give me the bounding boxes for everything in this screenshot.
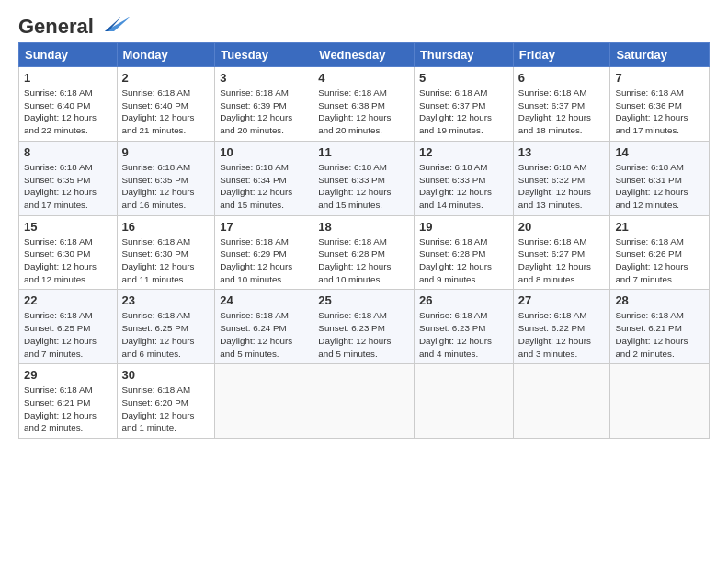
day-info: Sunrise: 6:18 AM Sunset: 6:21 PM Dayligh… xyxy=(24,384,112,434)
day-number: 2 xyxy=(122,71,210,85)
calendar-cell: 14Sunrise: 6:18 AM Sunset: 6:31 PM Dayli… xyxy=(610,141,710,215)
day-number: 26 xyxy=(419,293,508,307)
calendar-cell: 24Sunrise: 6:18 AM Sunset: 6:24 PM Dayli… xyxy=(215,290,313,364)
day-info: Sunrise: 6:18 AM Sunset: 6:36 PM Dayligh… xyxy=(615,86,704,137)
col-header-monday: Monday xyxy=(117,43,215,67)
day-info: Sunrise: 6:18 AM Sunset: 6:27 PM Dayligh… xyxy=(518,236,606,286)
calendar-header-row: SundayMondayTuesdayWednesdayThursdayFrid… xyxy=(19,43,710,67)
day-info: Sunrise: 6:18 AM Sunset: 6:40 PM Dayligh… xyxy=(122,86,210,137)
day-info: Sunrise: 6:18 AM Sunset: 6:25 PM Dayligh… xyxy=(122,309,210,360)
calendar-cell: 4Sunrise: 6:18 AM Sunset: 6:38 PM Daylig… xyxy=(313,67,415,142)
calendar-cell: 8Sunrise: 6:18 AM Sunset: 6:35 PM Daylig… xyxy=(19,141,118,215)
day-number: 7 xyxy=(615,71,704,85)
day-info: Sunrise: 6:18 AM Sunset: 6:23 PM Dayligh… xyxy=(318,309,409,360)
week-row-5: 29Sunrise: 6:18 AM Sunset: 6:21 PM Dayli… xyxy=(19,364,710,439)
calendar-cell: 15Sunrise: 6:18 AM Sunset: 6:30 PM Dayli… xyxy=(19,215,118,290)
calendar-cell: 29Sunrise: 6:18 AM Sunset: 6:21 PM Dayli… xyxy=(19,364,118,439)
day-info: Sunrise: 6:18 AM Sunset: 6:35 PM Dayligh… xyxy=(122,161,210,212)
calendar-cell: 20Sunrise: 6:18 AM Sunset: 6:27 PM Dayli… xyxy=(513,215,610,290)
calendar-cell: 3Sunrise: 6:18 AM Sunset: 6:39 PM Daylig… xyxy=(215,67,313,142)
calendar-cell: 2Sunrise: 6:18 AM Sunset: 6:40 PM Daylig… xyxy=(117,67,215,142)
day-info: Sunrise: 6:18 AM Sunset: 6:31 PM Dayligh… xyxy=(615,161,704,212)
day-info: Sunrise: 6:18 AM Sunset: 6:29 PM Dayligh… xyxy=(220,236,308,286)
calendar-cell: 30Sunrise: 6:18 AM Sunset: 6:20 PM Dayli… xyxy=(117,364,215,439)
day-info: Sunrise: 6:18 AM Sunset: 6:37 PM Dayligh… xyxy=(419,86,508,137)
calendar-cell: 16Sunrise: 6:18 AM Sunset: 6:30 PM Dayli… xyxy=(117,215,215,290)
week-row-3: 15Sunrise: 6:18 AM Sunset: 6:30 PM Dayli… xyxy=(19,215,710,290)
calendar-cell xyxy=(513,364,610,439)
col-header-tuesday: Tuesday xyxy=(215,43,313,67)
day-number: 3 xyxy=(220,71,308,85)
calendar-cell: 11Sunrise: 6:18 AM Sunset: 6:33 PM Dayli… xyxy=(313,141,415,215)
day-info: Sunrise: 6:18 AM Sunset: 6:26 PM Dayligh… xyxy=(615,236,704,286)
calendar-cell: 25Sunrise: 6:18 AM Sunset: 6:23 PM Dayli… xyxy=(313,290,415,364)
day-number: 25 xyxy=(318,293,409,307)
day-number: 28 xyxy=(615,293,704,307)
calendar-cell: 7Sunrise: 6:18 AM Sunset: 6:36 PM Daylig… xyxy=(610,67,710,142)
col-header-saturday: Saturday xyxy=(610,43,710,67)
day-number: 12 xyxy=(419,145,508,159)
day-info: Sunrise: 6:18 AM Sunset: 6:22 PM Dayligh… xyxy=(518,309,606,360)
day-info: Sunrise: 6:18 AM Sunset: 6:21 PM Dayligh… xyxy=(615,309,704,360)
col-header-wednesday: Wednesday xyxy=(313,43,415,67)
calendar-cell: 1Sunrise: 6:18 AM Sunset: 6:40 PM Daylig… xyxy=(19,67,118,142)
calendar-cell xyxy=(215,364,313,439)
day-info: Sunrise: 6:18 AM Sunset: 6:38 PM Dayligh… xyxy=(318,86,409,137)
calendar-cell: 26Sunrise: 6:18 AM Sunset: 6:23 PM Dayli… xyxy=(414,290,513,364)
day-number: 14 xyxy=(615,145,704,159)
day-number: 23 xyxy=(122,293,210,307)
day-info: Sunrise: 6:18 AM Sunset: 6:34 PM Dayligh… xyxy=(220,161,308,212)
week-row-1: 1Sunrise: 6:18 AM Sunset: 6:40 PM Daylig… xyxy=(19,67,710,142)
day-info: Sunrise: 6:18 AM Sunset: 6:30 PM Dayligh… xyxy=(24,236,112,286)
week-row-2: 8Sunrise: 6:18 AM Sunset: 6:35 PM Daylig… xyxy=(19,141,710,215)
day-number: 16 xyxy=(122,220,210,234)
calendar-cell: 10Sunrise: 6:18 AM Sunset: 6:34 PM Dayli… xyxy=(215,141,313,215)
day-number: 6 xyxy=(518,71,606,85)
calendar-cell: 27Sunrise: 6:18 AM Sunset: 6:22 PM Dayli… xyxy=(513,290,610,364)
day-info: Sunrise: 6:18 AM Sunset: 6:23 PM Dayligh… xyxy=(419,309,508,360)
calendar-cell: 6Sunrise: 6:18 AM Sunset: 6:37 PM Daylig… xyxy=(513,67,610,142)
col-header-thursday: Thursday xyxy=(414,43,513,67)
calendar-cell: 13Sunrise: 6:18 AM Sunset: 6:32 PM Dayli… xyxy=(513,141,610,215)
day-info: Sunrise: 6:18 AM Sunset: 6:30 PM Dayligh… xyxy=(122,236,210,286)
day-number: 18 xyxy=(318,220,409,234)
calendar-cell: 17Sunrise: 6:18 AM Sunset: 6:29 PM Dayli… xyxy=(215,215,313,290)
day-number: 8 xyxy=(24,145,112,159)
logo-wing-icon xyxy=(96,15,131,35)
day-number: 9 xyxy=(122,145,210,159)
calendar-cell: 5Sunrise: 6:18 AM Sunset: 6:37 PM Daylig… xyxy=(414,67,513,142)
day-info: Sunrise: 6:18 AM Sunset: 6:28 PM Dayligh… xyxy=(419,236,508,286)
day-number: 5 xyxy=(419,71,508,85)
day-info: Sunrise: 6:18 AM Sunset: 6:24 PM Dayligh… xyxy=(220,309,308,360)
logo-general: General xyxy=(18,15,94,39)
day-number: 1 xyxy=(24,71,112,85)
col-header-friday: Friday xyxy=(513,43,610,67)
logo: General xyxy=(18,15,131,33)
day-info: Sunrise: 6:18 AM Sunset: 6:39 PM Dayligh… xyxy=(220,86,308,137)
day-info: Sunrise: 6:18 AM Sunset: 6:37 PM Dayligh… xyxy=(518,86,606,137)
day-info: Sunrise: 6:18 AM Sunset: 6:40 PM Dayligh… xyxy=(24,86,112,137)
calendar-cell xyxy=(610,364,710,439)
day-number: 30 xyxy=(122,368,210,382)
day-info: Sunrise: 6:18 AM Sunset: 6:32 PM Dayligh… xyxy=(518,161,606,212)
day-number: 15 xyxy=(24,220,112,234)
calendar-cell: 21Sunrise: 6:18 AM Sunset: 6:26 PM Dayli… xyxy=(610,215,710,290)
day-number: 27 xyxy=(518,293,606,307)
day-number: 29 xyxy=(24,368,112,382)
calendar-cell: 22Sunrise: 6:18 AM Sunset: 6:25 PM Dayli… xyxy=(19,290,118,364)
day-number: 4 xyxy=(318,71,409,85)
day-info: Sunrise: 6:18 AM Sunset: 6:25 PM Dayligh… xyxy=(24,309,112,360)
day-info: Sunrise: 6:18 AM Sunset: 6:20 PM Dayligh… xyxy=(122,384,210,434)
day-number: 20 xyxy=(518,220,606,234)
calendar-cell xyxy=(414,364,513,439)
day-number: 11 xyxy=(318,145,409,159)
calendar-cell: 28Sunrise: 6:18 AM Sunset: 6:21 PM Dayli… xyxy=(610,290,710,364)
header: General xyxy=(18,15,710,33)
calendar-table: SundayMondayTuesdayWednesdayThursdayFrid… xyxy=(18,42,710,439)
day-number: 24 xyxy=(220,293,308,307)
week-row-4: 22Sunrise: 6:18 AM Sunset: 6:25 PM Dayli… xyxy=(19,290,710,364)
calendar-cell: 9Sunrise: 6:18 AM Sunset: 6:35 PM Daylig… xyxy=(117,141,215,215)
day-number: 13 xyxy=(518,145,606,159)
calendar-cell: 12Sunrise: 6:18 AM Sunset: 6:33 PM Dayli… xyxy=(414,141,513,215)
day-number: 10 xyxy=(220,145,308,159)
